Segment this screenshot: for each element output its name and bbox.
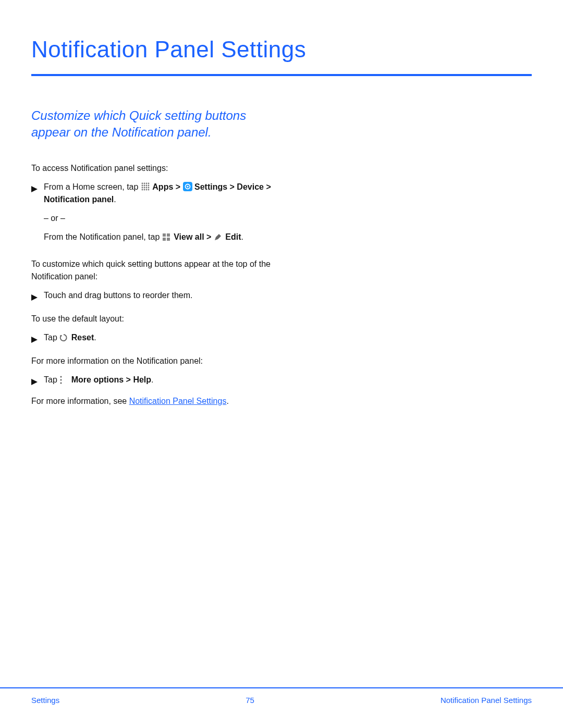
gt: >: [126, 375, 133, 384]
step-text: Tap More options > Help.: [44, 374, 282, 386]
svg-point-16: [148, 189, 149, 190]
svg-point-1: [141, 182, 143, 184]
settings-label: Settings: [194, 182, 227, 191]
triangle-bullet-icon: [31, 183, 39, 196]
svg-point-14: [143, 189, 145, 190]
settings-gear-icon: [183, 182, 192, 191]
svg-rect-21: [167, 233, 170, 237]
body-content: To access Notification panel settings: F…: [31, 162, 282, 408]
help-label: Help: [133, 375, 151, 384]
section-lead: For more information on the Notification…: [31, 355, 282, 367]
svg-point-11: [145, 187, 147, 188]
period: .: [241, 232, 243, 241]
svg-point-13: [141, 189, 143, 190]
triangle-bullet-icon: [31, 376, 39, 389]
gt: >: [176, 182, 183, 191]
step-item: From a Home screen, tap Apps >: [31, 181, 282, 206]
step-text: Tap Reset.: [44, 331, 282, 344]
svg-point-10: [143, 187, 145, 188]
step-item: Touch and drag buttons to reorder them.: [31, 289, 282, 304]
svg-point-29: [60, 376, 62, 377]
page-title: Notification Panel Settings: [31, 36, 532, 76]
svg-point-6: [143, 184, 145, 186]
svg-rect-23: [167, 238, 170, 241]
reset-label: Reset: [71, 333, 94, 342]
text: From the Notification panel, tap: [44, 232, 162, 241]
footer-right: Notification Panel Settings: [440, 696, 532, 705]
svg-point-8: [148, 184, 149, 186]
text: Tap: [44, 333, 59, 342]
page-footer: Settings 75 Notification Panel Settings: [0, 687, 563, 705]
step-item: Tap Reset.: [31, 331, 282, 347]
pencil-edit-icon: [214, 232, 223, 242]
svg-point-3: [145, 182, 147, 184]
more-info-para: For more information, see Notification P…: [31, 395, 282, 408]
footer-left: Settings: [31, 696, 59, 705]
step-text: Touch and drag buttons to reorder them.: [44, 289, 282, 302]
edit-label: Edit: [225, 232, 241, 241]
svg-point-31: [60, 382, 62, 384]
svg-marker-26: [31, 337, 38, 343]
svg-point-12: [148, 187, 149, 188]
gt: >: [206, 232, 214, 241]
period: .: [94, 333, 96, 342]
step-text: From a Home screen, tap Apps >: [44, 181, 282, 206]
more-options-label: More options: [71, 375, 124, 384]
svg-marker-25: [31, 294, 38, 301]
viewall-label: View all: [174, 232, 204, 241]
footer-page-number: 75: [246, 696, 254, 705]
intro-text: Customize which Quick setting buttons ap…: [31, 107, 250, 141]
text: For more information, see: [31, 397, 129, 405]
reset-circular-arrow-icon: [59, 333, 69, 342]
svg-point-7: [145, 184, 147, 186]
svg-marker-24: [215, 234, 221, 240]
page: Notification Panel Settings Customize wh…: [0, 0, 563, 728]
svg-rect-22: [163, 238, 166, 241]
svg-point-15: [145, 189, 147, 190]
triangle-bullet-icon: [31, 292, 39, 304]
svg-rect-20: [163, 233, 166, 237]
section-lead: To customize which quick setting buttons…: [31, 258, 282, 283]
svg-point-4: [148, 182, 149, 184]
text: Tap: [44, 375, 59, 384]
apps-label: Apps: [152, 182, 173, 191]
svg-point-5: [141, 184, 143, 186]
or-text: – or –: [44, 212, 282, 225]
section-lead: To access Notification panel settings:: [31, 162, 282, 175]
apps-grid-icon: [141, 182, 150, 191]
period: .: [114, 195, 116, 204]
svg-marker-28: [31, 379, 38, 385]
triangle-bullet-icon: [31, 334, 39, 347]
step-item: Tap More options > Help.: [31, 374, 282, 389]
more-options-dots-icon: [59, 375, 69, 385]
svg-point-9: [141, 187, 143, 188]
svg-marker-0: [31, 186, 38, 192]
section-lead: To use the default layout:: [31, 313, 282, 325]
svg-point-30: [60, 379, 62, 380]
step-alt: From the Notification panel, tap View al…: [44, 231, 282, 243]
svg-point-2: [143, 182, 145, 184]
tiles-icon: [162, 232, 172, 242]
text: .: [226, 397, 228, 405]
text: From a Home screen, tap: [44, 182, 141, 191]
svg-point-19: [187, 186, 188, 187]
notification-panel-settings-link[interactable]: Notification Panel Settings: [129, 397, 227, 405]
period: .: [151, 375, 153, 384]
